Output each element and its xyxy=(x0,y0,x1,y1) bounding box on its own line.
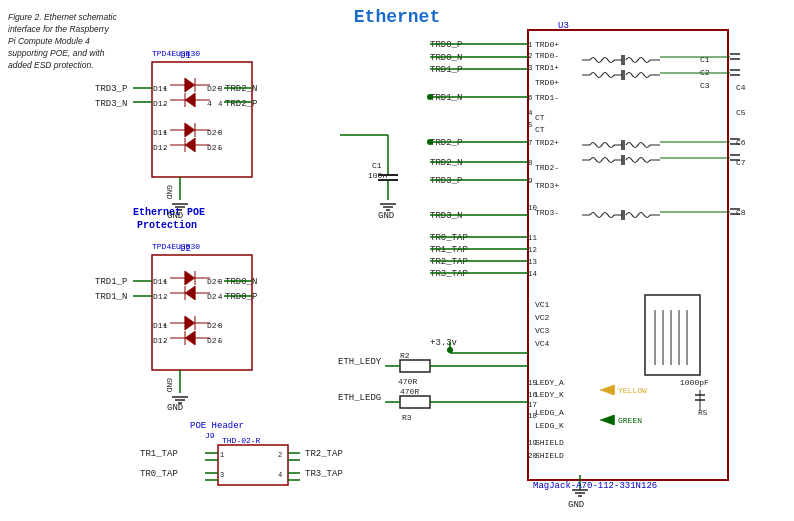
r5-ref: R5 xyxy=(698,408,708,417)
u2-pin2b: 2 xyxy=(163,337,168,345)
svg-marker-40 xyxy=(185,316,195,330)
u3-ct2: CT xyxy=(535,125,545,134)
svg-marker-16 xyxy=(185,138,195,152)
u3-pin10: 10 xyxy=(528,204,538,212)
pin3: 3 xyxy=(218,85,223,93)
trd3n-in: TRD3_N xyxy=(430,211,462,221)
yellow-label: YELLOW xyxy=(618,386,647,395)
pin1: 1 xyxy=(163,85,168,93)
tr3-tap-in: TR3_TAP xyxy=(430,269,468,279)
ledg-a: LEDG_A xyxy=(535,408,564,417)
cap-1000pf: 1000pF xyxy=(680,378,709,387)
thd-label: THD-02-R xyxy=(222,436,261,445)
vc1: VC1 xyxy=(535,300,550,309)
j9-pin3: 3 xyxy=(220,471,224,479)
poe-header-label: POE Header xyxy=(190,421,244,431)
u3-trd2n: TRD2- xyxy=(535,163,559,172)
trd1p-label: TRD1_P xyxy=(95,277,127,287)
eth-ledg-label: ETH_LEDG xyxy=(338,393,381,403)
gnd-label1: GND xyxy=(167,211,183,221)
u3-pin16: 16 xyxy=(528,391,538,399)
ledy-a: LEDY_A xyxy=(535,378,564,387)
u3-trd0n: TRD0- xyxy=(535,51,559,60)
shield-label1: SHIELD xyxy=(535,438,564,447)
magjack-label: MagJack-A70-112-331N126 xyxy=(533,481,657,491)
yellow-led xyxy=(600,385,614,395)
u2-pin3: 3 xyxy=(218,278,223,286)
u3-pin12: 12 xyxy=(528,246,537,254)
coil3-secondary xyxy=(626,143,650,148)
tr3-tap-label: TR3_TAP xyxy=(305,469,343,479)
u2-gnd-label: GND xyxy=(165,378,174,393)
u3-pin8: 8 xyxy=(528,159,533,167)
u3-pin7: 7 xyxy=(528,139,533,147)
svg-marker-12 xyxy=(185,123,195,137)
c3-ref: C3 xyxy=(700,81,710,90)
pin1b: 1 xyxy=(163,129,168,137)
pin2: 2 xyxy=(163,100,168,108)
u3-ct1: CT xyxy=(535,113,545,122)
u3-pin15: 15 xyxy=(528,379,538,387)
r3-label: R3 xyxy=(402,413,412,422)
gnd-label2: GND xyxy=(167,403,183,413)
c5-label: C5 xyxy=(736,108,746,117)
gnd-label-u3: GND xyxy=(568,500,584,510)
coil1-secondary xyxy=(626,58,650,63)
u3-pin4: 4 xyxy=(528,109,533,117)
u3-pin19: 19 xyxy=(528,439,537,447)
tr2-tap-in: TR2_TAP xyxy=(430,257,468,267)
u3-pin18: 18 xyxy=(528,412,537,420)
tr0-tap-label: TR0_TAP xyxy=(140,469,178,479)
coil3-primary xyxy=(590,143,614,148)
u3-pin13: 13 xyxy=(528,258,538,266)
u3-trd2p: TRD2+ xyxy=(535,138,559,147)
trd0p-label: TRD0_P xyxy=(225,292,257,302)
trd0p-in: TRD0_P xyxy=(430,40,462,50)
j9-label: J9 xyxy=(205,431,215,440)
vcc-label: +3.3v xyxy=(430,338,458,348)
u3-pin9: 9 xyxy=(528,177,533,185)
vc4: VC4 xyxy=(535,339,550,348)
coil4-secondary xyxy=(626,158,650,163)
tr0-tap-in: TR0_TAP xyxy=(430,233,468,243)
trd1n-in: TRD1_N xyxy=(430,93,462,103)
u1-gnd-label: GND xyxy=(165,185,174,200)
ledy-k: LEDY_K xyxy=(535,390,564,399)
trd1p-in: TRD1_P xyxy=(430,65,462,75)
r3-value2: 470R xyxy=(400,387,419,396)
trd2n-in: TRD2_N xyxy=(430,158,462,168)
green-label: GREEN xyxy=(618,416,642,425)
j9-pin4: 4 xyxy=(278,471,282,479)
u1-part: TPD4EUSB30 xyxy=(152,49,200,58)
u3-trd3n: TRD3- xyxy=(535,208,559,217)
u2-pin3b: 3 xyxy=(218,322,223,330)
u3-pin5: 5 xyxy=(528,121,533,129)
ct-node2 xyxy=(427,139,433,145)
u3-pin17: 17 xyxy=(528,401,537,409)
u3-pin11: 11 xyxy=(528,234,538,242)
r2-box xyxy=(400,360,430,372)
u1-box xyxy=(152,62,252,177)
pin4: 4 xyxy=(218,100,223,108)
c4-label: C4 xyxy=(736,83,746,92)
u2-pin1b: 1 xyxy=(163,322,168,330)
trd1n-label: TRD1_N xyxy=(95,292,127,302)
trd3p-label: TRD3_P xyxy=(95,84,127,94)
coil5-secondary xyxy=(626,213,650,218)
r3-box xyxy=(400,396,430,408)
tr1-tap-label: TR1_TAP xyxy=(140,449,178,459)
svg-marker-6 xyxy=(185,93,195,107)
u3-pin14: 14 xyxy=(528,270,538,278)
eth-ledy-label: ETH_LEDY xyxy=(338,357,382,367)
u3-pin3: 3 xyxy=(528,64,533,72)
svg-marker-34 xyxy=(185,286,195,300)
j9-pin2: 2 xyxy=(278,451,282,459)
rj45-symbol xyxy=(645,295,700,375)
c1-gnd: GND xyxy=(378,211,394,221)
svg-marker-44 xyxy=(185,331,195,345)
u2-pin2: 2 xyxy=(163,293,168,301)
schematic-title: Ethernet xyxy=(354,7,440,27)
u2-pin1: 1 xyxy=(163,278,168,286)
coil5-primary xyxy=(590,213,614,218)
r2-value: 470R xyxy=(398,377,417,386)
